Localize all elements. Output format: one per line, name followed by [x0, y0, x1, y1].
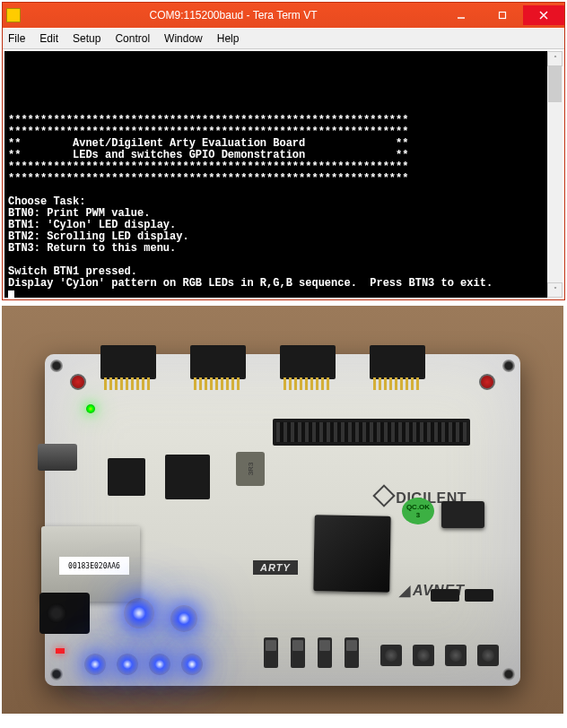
qc-sticker: QC.OK 3 [402, 498, 434, 524]
qc-label: QC.OK [406, 503, 430, 511]
inductor: 3R3 [236, 452, 265, 486]
scroll-up-button[interactable]: ˄ [547, 51, 563, 66]
power-led [56, 648, 65, 654]
terminal-output[interactable]: ****************************************… [4, 51, 547, 298]
pmod-connector [100, 345, 156, 379]
arty-board: 3R3 DIGILENT QC.OK 3 00183E020AA6 ARTY A… [45, 354, 520, 686]
user-led [84, 654, 106, 675]
push-button [477, 645, 499, 666]
switch [264, 637, 278, 668]
chip [108, 458, 145, 496]
menu-edit[interactable]: Edit [39, 32, 58, 45]
pmod-connector [280, 345, 336, 379]
minimize-button[interactable] [441, 5, 482, 25]
fpga-chip [313, 515, 390, 592]
titlebar[interactable]: COM9:115200baud - Tera Term VT [3, 3, 564, 28]
mac-address-label: 00183E020AA6 [59, 557, 129, 575]
dip-switches [264, 637, 359, 668]
menubar: File Edit Setup Control Window Help [3, 28, 564, 49]
board-photo: 3R3 DIGILENT QC.OK 3 00183E020AA6 ARTY A… [2, 306, 563, 714]
done-led [86, 404, 95, 413]
window-controls [441, 5, 564, 25]
push-button [380, 645, 402, 666]
power-jack [39, 593, 90, 634]
memory-chip [441, 501, 484, 528]
mount-hole [50, 360, 63, 372]
usb-port [38, 444, 77, 471]
switch [291, 637, 305, 668]
close-button[interactable] [523, 5, 564, 25]
terminal-container: ****************************************… [3, 49, 564, 299]
push-button [413, 645, 434, 666]
reset-button [70, 374, 86, 390]
arty-logo: ARTY [253, 560, 298, 575]
menu-control[interactable]: Control [115, 32, 150, 45]
prog-button [479, 374, 495, 390]
rgb-led [170, 605, 197, 632]
menu-file[interactable]: File [8, 32, 25, 45]
menu-setup[interactable]: Setup [73, 32, 100, 45]
mount-hole [50, 668, 63, 680]
jumper-block [431, 589, 493, 602]
svg-rect-1 [500, 13, 506, 19]
mount-hole [502, 360, 515, 372]
window-title: COM9:115200baud - Tera Term VT [26, 9, 441, 22]
scroll-down-button[interactable]: ˅ [547, 282, 563, 298]
user-led [149, 654, 170, 675]
teraterm-window: COM9:115200baud - Tera Term VT File Edit… [2, 2, 565, 300]
qc-number: 3 [416, 511, 420, 519]
scroll-track[interactable] [547, 66, 563, 282]
app-icon [6, 8, 21, 22]
user-led [117, 654, 138, 675]
pmod-connector [190, 345, 246, 379]
switch [318, 637, 332, 668]
menu-help[interactable]: Help [217, 32, 240, 45]
arduino-header [273, 419, 470, 446]
push-button [445, 645, 467, 666]
mount-hole [502, 668, 515, 680]
user-led [181, 654, 203, 675]
maximize-button[interactable] [482, 5, 523, 25]
switch [345, 637, 359, 668]
rgb-led [124, 598, 154, 628]
scroll-thumb[interactable] [548, 66, 562, 102]
chip [165, 455, 210, 499]
scrollbar[interactable]: ˄ ˅ [547, 51, 563, 298]
pmod-connector [370, 345, 425, 379]
menu-window[interactable]: Window [164, 32, 203, 45]
push-buttons [380, 645, 499, 666]
